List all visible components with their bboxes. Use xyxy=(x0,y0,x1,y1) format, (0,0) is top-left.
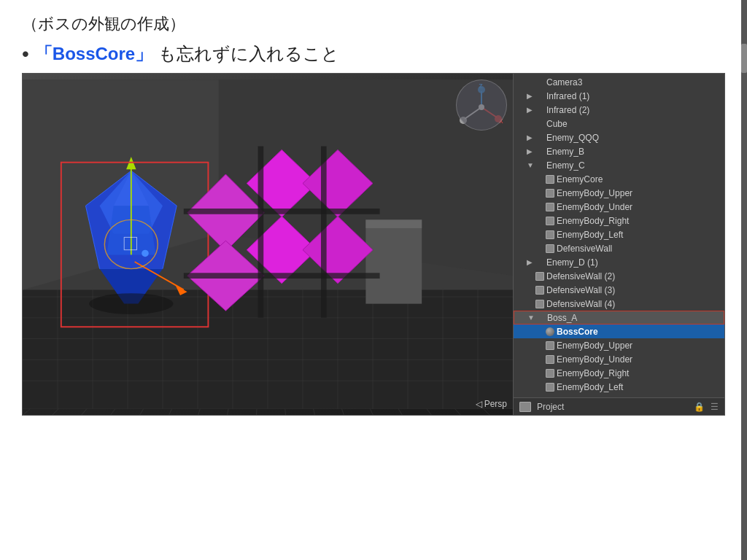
hierarchy-label: DefensiveWall (2) xyxy=(546,271,615,281)
hierarchy-item-bossbody_upper[interactable]: EnemyBody_Upper xyxy=(514,338,724,352)
hierarchy-item-enemyc[interactable]: ▼Enemy_C xyxy=(514,158,724,172)
cube-icon xyxy=(546,217,554,225)
hierarchy-arrow[interactable]: ▼ xyxy=(527,161,535,169)
subtitle: （ボスの外観の作成） xyxy=(22,13,725,35)
menu-icon[interactable]: ☰ xyxy=(711,402,719,412)
project-label: Project xyxy=(537,402,688,412)
hierarchy-item-cube[interactable]: Cube xyxy=(514,117,724,131)
hierarchy-label: EnemyBody_Under xyxy=(557,202,632,212)
hierarchy-item-bossbody_right[interactable]: EnemyBody_Right xyxy=(514,366,724,380)
hierarchy-label: Infrared (1) xyxy=(546,91,589,101)
cube-icon xyxy=(546,383,554,392)
hierarchy-label: Boss_A xyxy=(547,313,577,323)
hierarchy-label: EnemyBody_Right xyxy=(557,216,629,226)
hierarchy-label: EnemyBody_Under xyxy=(557,354,632,365)
hierarchy-label: Enemy_D (1) xyxy=(546,257,598,268)
hierarchy-arrow[interactable]: ▶ xyxy=(527,147,535,155)
hierarchy-item-enemyqqq[interactable]: ▶Enemy_QQQ xyxy=(514,131,724,144)
perspective-label: ◁ Persp xyxy=(476,399,507,409)
hierarchy-list: Camera3▶Infrared (1)▶Infrared (2)Cube▶En… xyxy=(514,74,724,397)
svg-rect-22 xyxy=(365,219,422,303)
hierarchy-label: DefensiveWall (3) xyxy=(546,285,615,295)
cube-icon xyxy=(546,203,554,211)
hierarchy-arrow[interactable]: ▶ xyxy=(527,106,535,114)
hierarchy-label: Camera3 xyxy=(546,77,582,88)
hierarchy-label: Enemy_B xyxy=(546,147,584,157)
project-folder-icon xyxy=(519,402,531,412)
cube-icon xyxy=(546,355,554,364)
hierarchy-label: Enemy_QQQ xyxy=(546,133,599,143)
hierarchy-item-defensivewall4[interactable]: DefensiveWall (4) xyxy=(514,297,724,311)
hierarchy-item-defensivewall[interactable]: DefensiveWall xyxy=(514,241,724,255)
bullet-line: • 「BossCore」 も忘れずに入れること xyxy=(22,42,725,66)
bullet-text: も忘れずに入れること xyxy=(158,42,339,66)
hierarchy-label: Infrared (2) xyxy=(546,105,589,115)
cube-icon xyxy=(546,175,554,184)
hierarchy-scrollbar[interactable] xyxy=(741,0,747,560)
cube-icon xyxy=(535,286,544,295)
hierarchy-label: EnemyBody_Right xyxy=(557,368,629,378)
gizmo-background xyxy=(456,79,507,131)
persp-arrow: ◁ xyxy=(476,399,482,409)
hierarchy-item-camera3[interactable]: Camera3 xyxy=(514,75,724,89)
hierarchy-item-defensivewall3[interactable]: DefensiveWall (3) xyxy=(514,283,724,297)
scrollbar-thumb[interactable] xyxy=(741,44,747,73)
hierarchy-item-bossbody_left[interactable]: EnemyBody_Left xyxy=(514,380,724,394)
main-content: z x ◁ Persp Camera3▶Infrared (1 xyxy=(22,73,725,416)
hierarchy-panel: Camera3▶Infrared (1)▶Infrared (2)Cube▶En… xyxy=(513,74,724,415)
orientation-gizmo[interactable]: z x xyxy=(456,79,507,131)
hierarchy-label: EnemyBody_Left xyxy=(557,382,623,392)
scene-svg xyxy=(23,74,513,415)
hierarchy-item-enemycore[interactable]: EnemyCore xyxy=(514,172,724,186)
hierarchy-item-boss_a[interactable]: ▼Boss_A xyxy=(514,311,724,324)
sphere-icon xyxy=(546,327,554,336)
bullet-dot: • xyxy=(22,44,29,64)
persp-text: Persp xyxy=(484,399,507,409)
hierarchy-arrow[interactable]: ▶ xyxy=(527,258,535,266)
cube-icon xyxy=(546,189,554,198)
cube-icon xyxy=(546,369,554,378)
svg-point-47 xyxy=(89,293,173,314)
hierarchy-label: EnemyBody_Upper xyxy=(557,341,632,351)
svg-point-33 xyxy=(142,250,149,257)
cube-icon xyxy=(546,244,554,253)
hierarchy-label: DefensiveWall (4) xyxy=(546,299,615,309)
hierarchy-label: EnemyCore xyxy=(557,174,603,184)
hierarchy-label: BossCore xyxy=(557,327,598,337)
cube-icon xyxy=(535,300,544,308)
hierarchy-arrow[interactable]: ▼ xyxy=(527,314,536,322)
cube-icon xyxy=(535,272,544,281)
hierarchy-footer: Project 🔒 ☰ xyxy=(514,397,724,415)
cube-icon xyxy=(546,341,554,350)
hierarchy-item-defensivewall2[interactable]: DefensiveWall (2) xyxy=(514,269,724,283)
hierarchy-arrow[interactable]: ▶ xyxy=(527,133,535,141)
hierarchy-item-enemyb[interactable]: ▶Enemy_B xyxy=(514,144,724,158)
hierarchy-arrow[interactable]: ▶ xyxy=(527,92,535,100)
hierarchy-item-bossbody_under[interactable]: EnemyBody_Under xyxy=(514,352,724,366)
hierarchy-label: DefensiveWall xyxy=(557,244,612,254)
hierarchy-item-enemybody_left[interactable]: EnemyBody_Left xyxy=(514,228,724,241)
hierarchy-item-enemybody_right[interactable]: EnemyBody_Right xyxy=(514,214,724,228)
hierarchy-label: Enemy_C xyxy=(546,160,585,171)
hierarchy-label: EnemyBody_Upper xyxy=(557,188,632,198)
hierarchy-item-infrared1[interactable]: ▶Infrared (1) xyxy=(514,89,724,103)
boss-core-highlight: 「BossCore」 xyxy=(35,42,152,66)
top-text-area: （ボスの外観の作成） • 「BossCore」 も忘れずに入れること xyxy=(0,0,747,73)
hierarchy-label: EnemyBody_Left xyxy=(557,230,623,240)
hierarchy-item-enemybody_upper[interactable]: EnemyBody_Upper xyxy=(514,186,724,200)
cube-icon xyxy=(546,230,554,239)
hierarchy-label: Cube xyxy=(546,119,568,129)
hierarchy-item-enemyd1[interactable]: ▶Enemy_D (1) xyxy=(514,255,724,269)
svg-rect-23 xyxy=(365,219,422,228)
hierarchy-item-enemybody_under[interactable]: EnemyBody_Under xyxy=(514,200,724,214)
hierarchy-item-infrared2[interactable]: ▶Infrared (2) xyxy=(514,103,724,117)
lock-icon: 🔒 xyxy=(694,402,705,412)
unity-viewport[interactable]: z x ◁ Persp xyxy=(23,74,513,415)
hierarchy-item-bosscore[interactable]: BossCore xyxy=(514,324,724,338)
